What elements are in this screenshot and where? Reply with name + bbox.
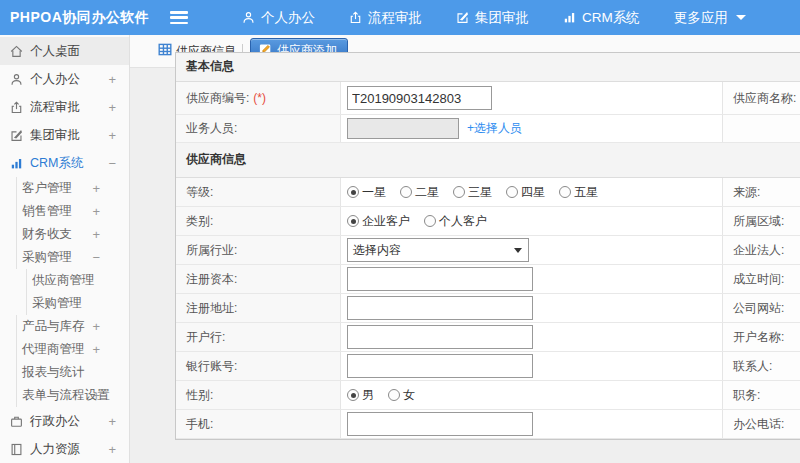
- form-row: 注册地址:公司网站:: [176, 294, 800, 323]
- upload-icon: [10, 101, 30, 114]
- radio-unchecked-icon[interactable]: [453, 186, 465, 198]
- sidebar-item-8[interactable]: 采购管理−: [0, 246, 129, 269]
- sidebar-item-6[interactable]: 销售管理+: [0, 200, 129, 223]
- text-input[interactable]: [347, 86, 492, 110]
- radio-label: 四星: [521, 184, 545, 201]
- text-input[interactable]: [347, 354, 533, 378]
- topnav-item-3[interactable]: CRM系统: [563, 9, 640, 27]
- radio-option: 个人客户: [424, 213, 487, 230]
- text-input[interactable]: [347, 267, 533, 291]
- field-label: 等级:: [176, 178, 341, 206]
- radio-option: 企业客户: [347, 213, 410, 230]
- field-label-right: 企业法人:: [723, 236, 800, 264]
- radio-option: 二星: [400, 184, 439, 201]
- radio-unchecked-icon[interactable]: [506, 186, 518, 198]
- caret-down-icon: [514, 248, 522, 253]
- expand-plus-icon: +: [92, 319, 100, 334]
- topnav-label: 流程审批: [368, 9, 422, 27]
- sidebar-item-16[interactable]: 人力资源+: [0, 435, 129, 463]
- field-label-right: 所属区域:: [723, 207, 800, 235]
- sidebar-item-15[interactable]: 行政办公+: [0, 407, 129, 435]
- sidebar-item-label: 人力资源: [30, 441, 80, 458]
- topnav-label: 更多应用: [674, 9, 728, 27]
- form-row: 手机:办公电话:: [176, 410, 800, 439]
- radio-group: 企业客户个人客户: [347, 213, 501, 230]
- sidebar-item-label: 财务收支: [22, 226, 72, 243]
- field-cell: 企业客户个人客户: [341, 207, 723, 235]
- radio-checked-icon[interactable]: [347, 186, 359, 198]
- form-row: 银行账号:联系人:: [176, 352, 800, 381]
- radio-unchecked-icon[interactable]: [559, 186, 571, 198]
- user-icon: [242, 11, 261, 24]
- sidebar-item-3[interactable]: 集团审批+: [0, 121, 129, 149]
- field-cell: 一星二星三星四星五星: [341, 178, 723, 206]
- select-person-link[interactable]: +选择人员: [467, 120, 522, 137]
- field-cell: [341, 410, 723, 438]
- field-label: 开户行:: [176, 323, 341, 351]
- edit-icon: [456, 11, 475, 24]
- dropdown-select[interactable]: 选择内容: [347, 238, 529, 262]
- radio-unchecked-icon[interactable]: [400, 186, 412, 198]
- content-area: 供应商信息 供应商添加 基本信息供应商编号:(*)供应商名称:(*)业务人员:+…: [130, 35, 800, 463]
- radio-checked-icon[interactable]: [347, 215, 359, 227]
- sidebar-item-4[interactable]: CRM系统−: [0, 149, 129, 177]
- field-label-right: 成立时间:: [723, 265, 800, 293]
- form-row: 等级:一星二星三星四星五星来源:: [176, 178, 800, 207]
- sidebar-item-13[interactable]: 报表与统计: [0, 361, 129, 384]
- topnav-item-4[interactable]: 更多应用: [674, 9, 746, 27]
- sidebar-item-0[interactable]: 个人桌面: [0, 37, 129, 65]
- sidebar-item-label: 集团审批: [30, 127, 80, 144]
- radio-unchecked-icon[interactable]: [424, 215, 436, 227]
- sidebar-item-2[interactable]: 流程审批+: [0, 93, 129, 121]
- field-label: 注册资本:: [176, 265, 341, 293]
- radio-label: 三星: [468, 184, 492, 201]
- sidebar-item-5[interactable]: 客户管理+: [0, 177, 129, 200]
- upload-icon: [349, 11, 368, 24]
- field-label-right: 办公电话:: [723, 410, 800, 438]
- required-marker: (*): [253, 91, 266, 105]
- radio-checked-icon[interactable]: [347, 389, 359, 401]
- field-label-right: 联系人:: [723, 352, 800, 380]
- field-cell: 男女: [341, 381, 723, 409]
- sidebar-item-9[interactable]: 供应商管理: [0, 269, 129, 292]
- text-input[interactable]: [347, 325, 533, 349]
- topnav-item-2[interactable]: 集团审批: [456, 9, 529, 27]
- sidebar-item-11[interactable]: 产品与库存+: [0, 315, 129, 338]
- topnav-item-1[interactable]: 流程审批: [349, 9, 422, 27]
- form-row: 类别:企业客户个人客户所属区域:: [176, 207, 800, 236]
- form-row: 开户行:开户名称:: [176, 323, 800, 352]
- expand-plus-icon: +: [92, 342, 100, 357]
- sidebar-item-label: 供应商管理: [32, 272, 95, 289]
- topnav-label: 个人办公: [261, 9, 315, 27]
- sidebar-item-7[interactable]: 财务收支+: [0, 223, 129, 246]
- radio-unchecked-icon[interactable]: [388, 389, 400, 401]
- expand-plus-icon: +: [92, 204, 100, 219]
- field-label-right: 来源:: [723, 178, 800, 206]
- user-icon: [10, 73, 30, 86]
- field-label-right: 公司网站:: [723, 294, 800, 322]
- text-input[interactable]: [347, 296, 533, 320]
- sidebar: 个人桌面个人办公+流程审批+集团审批+CRM系统−客户管理+销售管理+财务收支+…: [0, 35, 130, 463]
- chart-icon: [10, 157, 30, 170]
- radio-label: 五星: [574, 184, 598, 201]
- sidebar-item-label: 代理商管理: [22, 341, 85, 358]
- sidebar-item-14[interactable]: 表单与流程设置+: [0, 384, 129, 407]
- field-cell: [341, 82, 723, 114]
- field-label-right: 供应商名称:(*): [723, 82, 800, 114]
- topnav-label: CRM系统: [582, 9, 640, 27]
- menu-icon[interactable]: [170, 11, 188, 24]
- topnav-item-0[interactable]: 个人办公: [242, 9, 315, 27]
- sidebar-item-1[interactable]: 个人办公+: [0, 65, 129, 93]
- field-cell: 选择内容: [341, 236, 723, 264]
- form-row: 性别:男女职务:: [176, 381, 800, 410]
- field-label: 银行账号:: [176, 352, 341, 380]
- sidebar-item-12[interactable]: 代理商管理+: [0, 338, 129, 361]
- sidebar-item-label: CRM系统: [30, 155, 83, 172]
- radio-option: 五星: [559, 184, 598, 201]
- field-label: 注册地址:: [176, 294, 341, 322]
- field-label-right: [723, 115, 800, 142]
- text-input[interactable]: [347, 412, 533, 436]
- topnav-label: 集团审批: [475, 9, 529, 27]
- sidebar-item-10[interactable]: 采购管理: [0, 292, 129, 315]
- radio-group: 一星二星三星四星五星: [347, 184, 612, 201]
